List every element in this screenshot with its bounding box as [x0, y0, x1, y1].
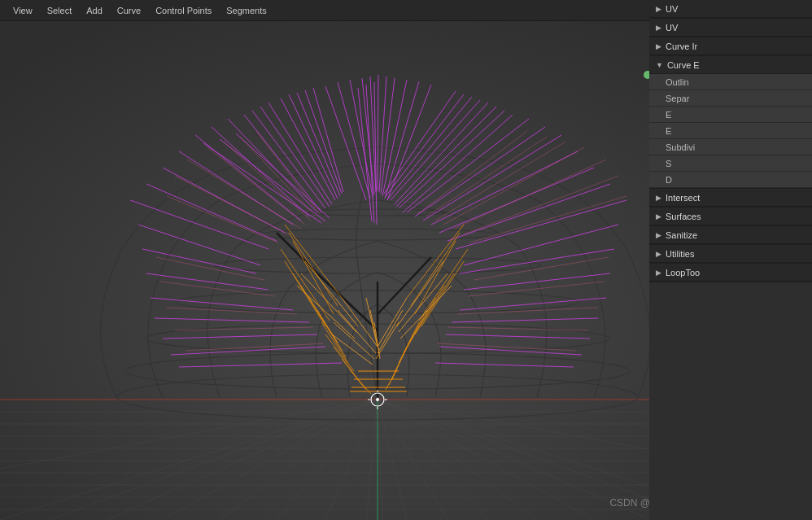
svg-line-28 [0, 400, 378, 469]
surfaces-header[interactable]: ▶ Surfaces [649, 208, 812, 225]
curve-e1-btn[interactable]: E [649, 107, 812, 123]
svg-line-156 [395, 334, 413, 371]
svg-line-114 [156, 257, 264, 280]
nav-select[interactable]: Select [41, 4, 79, 17]
svg-line-93 [325, 86, 366, 200]
svg-line-70 [439, 168, 594, 233]
uv-arrow-2: ▶ [656, 24, 661, 32]
svg-point-181 [376, 398, 379, 401]
svg-line-55 [289, 94, 338, 199]
svg-line-146 [407, 225, 464, 298]
svg-line-47 [195, 135, 301, 221]
right-properties-panel: ▶ UV ▶ UV ▶ Curve Ir ▼ Curve E Outlin [649, 0, 812, 520]
utilities-label: Utilities [666, 249, 694, 259]
svg-line-72 [456, 200, 626, 249]
svg-line-14 [163, 400, 378, 520]
svg-line-49 [228, 119, 317, 212]
svg-line-21 [378, 400, 447, 520]
svg-line-57 [305, 90, 342, 194]
svg-line-44 [146, 184, 277, 241]
svg-line-121 [470, 196, 626, 243]
uv-section-2-header[interactable]: ▶ UV [649, 19, 812, 37]
svg-line-145 [358, 379, 371, 394]
nav-curve[interactable]: Curve [111, 4, 147, 17]
svg-line-17 [325, 400, 378, 520]
nav-control-points[interactable]: Control Points [149, 4, 218, 17]
svg-line-66 [179, 363, 342, 367]
svg-line-92 [435, 363, 574, 367]
svg-line-18 [366, 400, 378, 520]
nav-segments[interactable]: Segments [220, 4, 273, 17]
svg-line-71 [447, 184, 610, 241]
svg-line-65 [171, 347, 325, 355]
uv-section-1-header[interactable]: ▶ UV [649, 0, 812, 18]
svg-line-67 [203, 143, 321, 223]
uv-label-2: UV [666, 23, 678, 33]
svg-line-101 [382, 80, 407, 196]
curve-interp-arrow: ▶ [656, 42, 661, 50]
svg-line-172 [297, 286, 355, 339]
svg-line-89 [452, 318, 598, 322]
svg-line-56 [297, 93, 340, 196]
curve-outline-btn[interactable]: Outlin [649, 74, 812, 90]
svg-line-132 [289, 233, 338, 306]
svg-line-98 [378, 75, 378, 190]
sanitize-header[interactable]: ▶ Sanitize [649, 226, 812, 244]
curve-e2-btn[interactable]: E [649, 123, 812, 139]
svg-line-168 [378, 310, 403, 353]
svg-line-103 [387, 85, 431, 200]
svg-line-24 [378, 400, 594, 520]
svg-line-143 [342, 359, 362, 385]
3d-viewport[interactable]: View Select Add Curve Control Points Seg… [0, 0, 755, 520]
intersect-label: Intersect [666, 193, 700, 203]
svg-line-131 [285, 225, 342, 298]
curve-interp-header[interactable]: ▶ Curve Ir [649, 37, 812, 55]
svg-point-33 [125, 353, 630, 389]
svg-line-151 [415, 273, 454, 334]
svg-point-36 [215, 257, 540, 273]
utilities-header[interactable]: ▶ Utilities [649, 245, 812, 263]
svg-line-82 [388, 97, 472, 199]
svg-line-170 [305, 261, 358, 326]
svg-line-149 [419, 249, 468, 321]
svg-line-106 [358, 88, 372, 221]
svg-point-38 [308, 209, 447, 216]
nav-add[interactable]: Add [80, 4, 109, 17]
svg-line-155 [399, 322, 419, 363]
curve-edit-section: ▼ Curve E Outlin Separ E E Subdivi S D [649, 56, 812, 189]
svg-point-180 [371, 393, 384, 406]
svg-point-34 [146, 324, 609, 353]
svg-line-116 [166, 308, 297, 314]
uv-section-1: ▶ UV [649, 0, 812, 19]
svg-line-88 [460, 298, 606, 310]
curve-edit-header[interactable]: ▼ Curve E [649, 56, 812, 74]
curve-d-btn[interactable]: D [649, 172, 812, 188]
curve-s-btn[interactable]: S [649, 155, 812, 172]
curve-separate-btn[interactable]: Separ [649, 90, 812, 107]
svg-line-87 [464, 273, 610, 290]
svg-line-100 [381, 78, 395, 194]
looptool-section: ▶ LoopToo [649, 264, 812, 282]
svg-line-102 [385, 81, 419, 199]
nav-view[interactable]: View [7, 4, 39, 17]
looptool-header[interactable]: ▶ LoopToo [649, 264, 812, 282]
curve-subdivide-btn[interactable]: Subdivi [649, 139, 812, 155]
svg-line-40 [317, 273, 378, 330]
svg-line-86 [460, 249, 614, 273]
intersect-header[interactable]: ▶ Intersect [649, 189, 812, 207]
svg-line-142 [334, 347, 358, 379]
svg-point-32 [117, 374, 638, 420]
svg-point-37 [260, 229, 495, 240]
svg-line-91 [439, 347, 582, 355]
svg-line-125 [417, 131, 527, 214]
svg-line-138 [309, 298, 342, 351]
svg-line-109 [167, 196, 278, 243]
svg-line-73 [431, 151, 578, 225]
svg-line-164 [366, 298, 378, 347]
svg-line-153 [405, 298, 435, 351]
svg-line-62 [151, 298, 293, 310]
intersect-arrow: ▶ [656, 194, 661, 202]
sanitize-section: ▶ Sanitize [649, 226, 812, 245]
svg-line-53 [268, 103, 332, 204]
utilities-section: ▶ Utilities [649, 245, 812, 264]
